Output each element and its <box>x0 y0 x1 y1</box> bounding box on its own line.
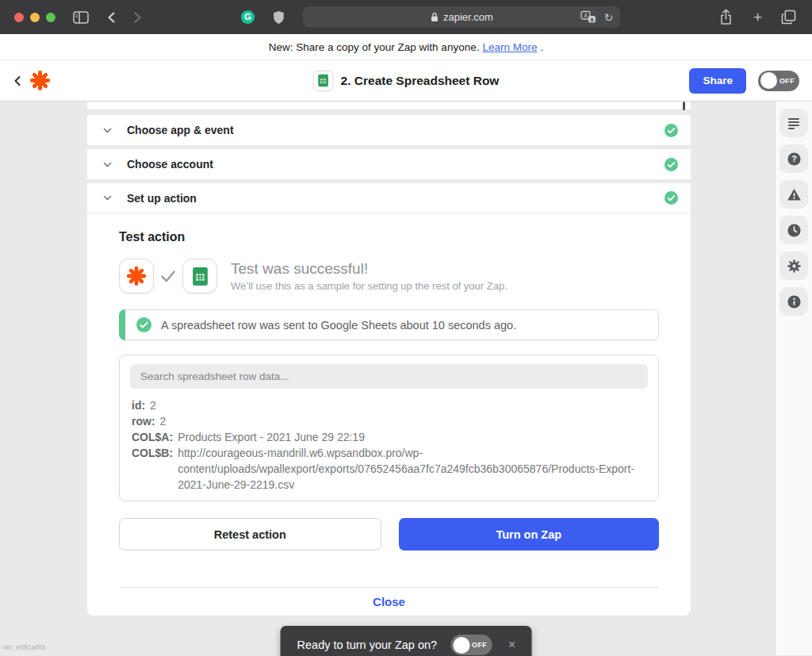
zapier-logo-icon[interactable] <box>29 70 51 91</box>
field-label: COL$A: <box>132 429 173 445</box>
translate-icon[interactable]: Aa <box>580 10 596 24</box>
close-window-button[interactable] <box>14 13 24 22</box>
settings-icon[interactable] <box>779 251 808 280</box>
minimize-window-button[interactable] <box>30 13 40 22</box>
field-label: COL$B: <box>132 445 173 493</box>
right-toolbar: ? <box>775 102 812 655</box>
forward-icon[interactable] <box>128 6 147 29</box>
field-value: 2 <box>160 413 648 429</box>
svg-text:a: a <box>590 17 593 22</box>
svg-text:?: ? <box>791 155 796 163</box>
lock-icon <box>431 12 439 22</box>
toast-text: Ready to turn your Zap on? <box>297 639 438 651</box>
toggle-knob <box>760 72 777 89</box>
scrollbar-thumb[interactable] <box>683 102 685 110</box>
field-list: id: 2 row: 2 COL$A: Products Export - 20… <box>130 397 648 493</box>
zapier-app-icon <box>119 259 154 293</box>
chevron-down-icon <box>102 159 113 170</box>
screen: G zapier.com Aa ↻ + New: Share a copy of… <box>0 0 812 656</box>
url-text: zapier.com <box>443 11 493 23</box>
section-set-up-action[interactable]: Set up action <box>87 183 691 213</box>
close-link[interactable]: Close <box>373 595 405 608</box>
check-circle-icon <box>665 191 678 205</box>
toggle-off-label: OFF <box>469 641 489 649</box>
zap-on-off-toggle[interactable]: OFF <box>758 71 799 91</box>
field-value: Products Export - 2021 June 29 22:19 <box>178 429 648 445</box>
grammarly-extension-icon[interactable]: G <box>236 6 260 29</box>
chevron-down-icon <box>102 125 113 136</box>
page-title: 2. Create Spreadsheet Row <box>341 74 500 88</box>
warning-icon[interactable] <box>779 180 808 209</box>
test-action-heading: Test action <box>119 230 659 244</box>
shield-extension-icon[interactable] <box>268 6 289 29</box>
field-value: 2 <box>150 397 648 413</box>
turn-on-zap-button[interactable]: Turn on Zap <box>399 518 660 551</box>
new-tab-icon[interactable]: + <box>749 6 767 29</box>
section-label: Choose app & event <box>127 124 234 136</box>
success-check-icon <box>136 317 151 332</box>
row-data-panel: id: 2 row: 2 COL$A: Products Export - 20… <box>119 355 659 501</box>
back-chevron-icon[interactable] <box>13 75 23 86</box>
test-result-subtitle: We’ll use this as a sample for setting u… <box>231 280 508 292</box>
action-buttons: Retest action Turn on Zap <box>119 518 659 551</box>
announcement-bar: New: Share a copy of your Zap with anyon… <box>0 34 812 60</box>
test-result-title: Test was successful! <box>231 260 508 278</box>
zoom-window-button[interactable] <box>46 13 56 22</box>
announcement-suffix: . <box>540 41 543 53</box>
section-label: Choose account <box>127 158 213 171</box>
toggle-off-label: OFF <box>777 77 797 85</box>
turn-on-zap-toast: Ready to turn your Zap on? OFF × <box>281 626 532 656</box>
section-choose-account[interactable]: Choose account <box>87 149 691 179</box>
section-label: Set up action <box>127 192 197 205</box>
toggle-knob <box>453 637 469 654</box>
retest-action-button[interactable]: Retest action <box>119 518 381 551</box>
browser-chrome: G zapier.com Aa ↻ + <box>0 0 812 34</box>
google-sheets-app-icon <box>182 259 217 293</box>
google-sheets-icon <box>313 71 334 91</box>
svg-text:G: G <box>245 12 252 21</box>
toast-close-icon[interactable]: × <box>505 636 519 654</box>
back-icon[interactable] <box>102 6 121 29</box>
share-page-icon[interactable] <box>714 6 737 29</box>
help-icon[interactable]: ? <box>779 144 808 173</box>
section-choose-app-event[interactable]: Choose app & event <box>87 115 691 145</box>
field-label: id: <box>132 397 145 413</box>
field-row: row: 2 <box>132 413 648 429</box>
version-label: ver. e591af89 <box>2 643 46 651</box>
step-title-group: 2. Create Spreadsheet Row <box>313 71 500 91</box>
step-editor-card: Choose app & event Choose account Set up… <box>87 102 691 616</box>
field-row: id: 2 <box>132 397 648 413</box>
test-result-row: Test was successful! We’ll use this as a… <box>119 259 659 293</box>
check-circle-icon <box>665 124 678 137</box>
success-banner-text: A spreadsheet row was sent to Google She… <box>161 319 516 332</box>
test-action-section: Test action Test was successful! We’ll u… <box>87 213 691 616</box>
window-controls <box>14 13 56 22</box>
app-header: 2. Create Spreadsheet Row Share OFF <box>0 60 812 102</box>
scrolled-section-edge <box>87 102 691 110</box>
field-row: COL$A: Products Export - 2021 June 29 22… <box>132 429 648 445</box>
check-icon <box>159 267 177 285</box>
info-icon[interactable] <box>779 287 808 316</box>
search-input[interactable] <box>130 364 648 389</box>
success-banner: A spreadsheet row was sent to Google She… <box>119 309 659 340</box>
history-icon[interactable] <box>779 216 808 244</box>
field-value: http://courageous-mandrill.w6.wpsandbox.… <box>178 445 648 493</box>
share-button[interactable]: Share <box>689 68 746 94</box>
chevron-down-icon <box>102 193 113 203</box>
toast-zap-toggle[interactable]: OFF <box>450 635 492 655</box>
svg-text:A: A <box>584 13 588 18</box>
tab-overview-icon[interactable] <box>776 6 801 29</box>
notes-icon[interactable] <box>779 109 808 137</box>
field-row: COL$B: http://courageous-mandrill.w6.wps… <box>132 445 648 493</box>
learn-more-link[interactable]: Learn More <box>482 41 537 53</box>
field-label: row: <box>132 413 155 429</box>
address-bar[interactable]: zapier.com Aa ↻ <box>303 6 620 28</box>
close-row: Close <box>119 587 659 616</box>
check-circle-icon <box>665 158 678 171</box>
announcement-text: New: Share a copy of your Zap with anyon… <box>269 41 480 53</box>
main-area: Choose app & event Choose account Set up… <box>0 102 812 655</box>
sidebar-toggle-icon[interactable] <box>68 6 94 29</box>
reload-icon[interactable]: ↻ <box>604 12 614 23</box>
